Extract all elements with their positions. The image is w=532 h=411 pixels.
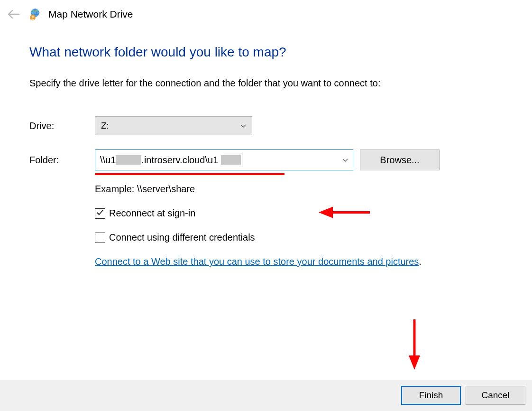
wizard-content: What network folder would you like to ma…: [0, 26, 532, 267]
instruction-text: Specify the drive letter for the connect…: [29, 78, 513, 89]
drive-select[interactable]: Z:: [95, 116, 252, 135]
annotation-underline: [95, 173, 284, 175]
chevron-down-icon[interactable]: [342, 156, 348, 164]
folder-label: Folder:: [29, 155, 95, 166]
wizard-title: Map Network Drive: [48, 9, 133, 20]
svg-point-3: [32, 16, 34, 18]
finish-button[interactable]: Finish: [401, 386, 461, 405]
back-arrow-icon[interactable]: [6, 9, 22, 19]
drive-label: Drive:: [29, 121, 95, 131]
diffcred-checkbox[interactable]: [95, 233, 105, 243]
reconnect-label: Reconnect at sign-in: [109, 208, 195, 219]
cancel-button[interactable]: Cancel: [466, 386, 525, 405]
folder-value: \\u1.introserv.cloud\u1: [100, 154, 342, 166]
redacted-segment: [221, 155, 241, 165]
checkmark-icon: [96, 209, 104, 218]
redacted-segment: [116, 155, 141, 165]
diffcred-label: Connect using different credentials: [109, 232, 255, 243]
drive-row: Drive: Z:: [29, 116, 513, 135]
reconnect-checkbox-row: Reconnect at sign-in: [95, 208, 513, 219]
drive-value: Z:: [101, 121, 109, 131]
annotation-arrow-down: [406, 318, 423, 373]
network-drive-icon: [28, 8, 42, 21]
reconnect-checkbox[interactable]: [95, 208, 105, 219]
text-cursor: [242, 154, 242, 166]
diffcred-checkbox-row: Connect using different credentials: [95, 232, 513, 243]
browse-button[interactable]: Browse...: [360, 149, 440, 170]
chevron-down-icon: [240, 122, 246, 130]
annotation-arrow-left: [319, 204, 371, 223]
folder-input[interactable]: \\u1.introserv.cloud\u1: [95, 149, 353, 170]
svg-marker-5: [319, 206, 333, 218]
wizard-header: Map Network Drive: [0, 0, 532, 26]
website-link[interactable]: Connect to a Web site that you can use t…: [95, 256, 419, 267]
website-link-row: Connect to a Web site that you can use t…: [95, 256, 513, 267]
svg-marker-7: [409, 355, 420, 370]
folder-row: Folder: \\u1.introserv.cloud\u1 Browse..…: [29, 149, 513, 170]
example-text: Example: \\server\share: [95, 184, 513, 195]
wizard-footer: Finish Cancel: [0, 380, 532, 411]
main-heading: What network folder would you like to ma…: [29, 45, 513, 60]
